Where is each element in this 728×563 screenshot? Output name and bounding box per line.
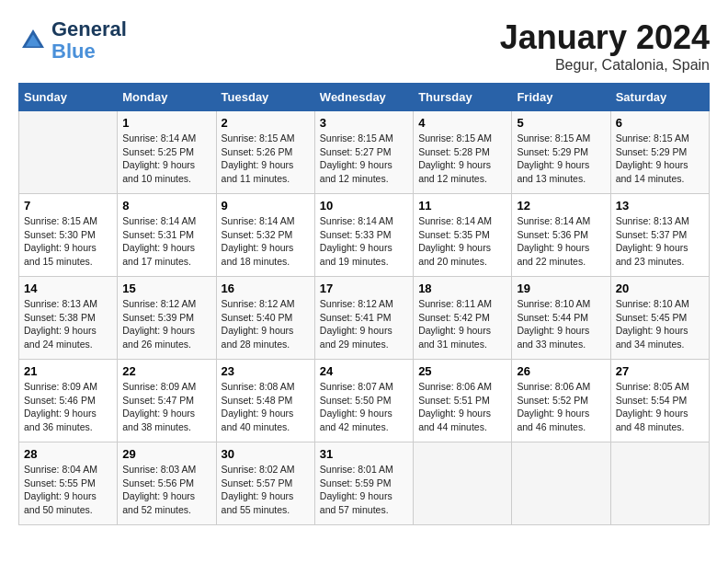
calendar-cell: 11Sunrise: 8:14 AM Sunset: 5:35 PM Dayli… (414, 194, 512, 277)
day-number: 25 (418, 364, 506, 378)
calendar-cell: 27Sunrise: 8:05 AM Sunset: 5:54 PM Dayli… (610, 360, 709, 442)
weekday-header-row: SundayMondayTuesdayWednesdayThursdayFrid… (19, 84, 710, 111)
calendar-cell (610, 442, 709, 525)
day-info: Sunrise: 8:01 AM Sunset: 5:59 PM Dayligh… (320, 463, 408, 517)
calendar-cell: 3Sunrise: 8:15 AM Sunset: 5:27 PM Daylig… (314, 111, 413, 194)
day-info: Sunrise: 8:14 AM Sunset: 5:33 PM Dayligh… (320, 214, 408, 269)
day-info: Sunrise: 8:06 AM Sunset: 5:52 PM Dayligh… (517, 380, 605, 434)
day-number: 15 (122, 282, 210, 295)
day-number: 1 (122, 116, 210, 130)
calendar-cell: 29Sunrise: 8:03 AM Sunset: 5:56 PM Dayli… (118, 442, 216, 525)
logo: General Blue (18, 18, 127, 63)
day-info: Sunrise: 8:15 AM Sunset: 5:26 PM Dayligh… (222, 132, 310, 186)
weekday-header-wednesday: Wednesday (314, 84, 413, 111)
calendar-cell: 13Sunrise: 8:13 AM Sunset: 5:37 PM Dayli… (610, 194, 709, 277)
calendar-cell: 17Sunrise: 8:12 AM Sunset: 5:41 PM Dayli… (314, 277, 413, 360)
day-number: 28 (24, 447, 112, 461)
day-info: Sunrise: 8:14 AM Sunset: 5:35 PM Dayligh… (418, 214, 506, 269)
weekday-header-friday: Friday (512, 84, 610, 111)
day-number: 3 (320, 116, 408, 130)
day-number: 12 (517, 199, 605, 213)
day-number: 8 (122, 199, 210, 213)
location-title: Begur, Catalonia, Spain (500, 57, 710, 74)
calendar-cell: 6Sunrise: 8:15 AM Sunset: 5:29 PM Daylig… (610, 111, 709, 194)
day-number: 5 (517, 116, 605, 130)
title-block: January 2024 Begur, Catalonia, Spain (500, 18, 710, 74)
logo-icon (18, 26, 48, 55)
weekday-header-monday: Monday (118, 84, 216, 111)
weekday-header-saturday: Saturday (610, 84, 709, 111)
day-number: 20 (616, 282, 704, 295)
weekday-header-sunday: Sunday (19, 84, 118, 111)
calendar-week-1: 1Sunrise: 8:14 AM Sunset: 5:25 PM Daylig… (19, 111, 710, 194)
day-number: 27 (616, 364, 704, 378)
day-number: 21 (24, 364, 112, 378)
calendar-cell: 2Sunrise: 8:15 AM Sunset: 5:26 PM Daylig… (216, 111, 314, 194)
day-number: 10 (320, 199, 408, 213)
day-info: Sunrise: 8:04 AM Sunset: 5:55 PM Dayligh… (24, 463, 112, 517)
calendar-cell (414, 442, 512, 525)
day-info: Sunrise: 8:15 AM Sunset: 5:28 PM Dayligh… (418, 132, 506, 186)
day-info: Sunrise: 8:06 AM Sunset: 5:51 PM Dayligh… (418, 380, 506, 434)
day-info: Sunrise: 8:15 AM Sunset: 5:27 PM Dayligh… (320, 132, 408, 186)
calendar-cell: 31Sunrise: 8:01 AM Sunset: 5:59 PM Dayli… (314, 442, 413, 525)
day-number: 18 (418, 282, 506, 295)
day-info: Sunrise: 8:13 AM Sunset: 5:37 PM Dayligh… (616, 214, 704, 269)
calendar-cell: 12Sunrise: 8:14 AM Sunset: 5:36 PM Dayli… (512, 194, 610, 277)
day-number: 17 (320, 282, 408, 295)
day-info: Sunrise: 8:10 AM Sunset: 5:45 PM Dayligh… (616, 297, 704, 351)
calendar-cell: 30Sunrise: 8:02 AM Sunset: 5:57 PM Dayli… (216, 442, 314, 525)
day-info: Sunrise: 8:15 AM Sunset: 5:30 PM Dayligh… (24, 214, 112, 269)
calendar-cell: 23Sunrise: 8:08 AM Sunset: 5:48 PM Dayli… (216, 360, 314, 442)
calendar-cell: 9Sunrise: 8:14 AM Sunset: 5:32 PM Daylig… (216, 194, 314, 277)
day-number: 19 (517, 282, 605, 295)
day-number: 13 (616, 199, 704, 213)
calendar-week-4: 21Sunrise: 8:09 AM Sunset: 5:46 PM Dayli… (19, 360, 710, 442)
logo-text: General Blue (51, 18, 127, 63)
calendar-cell: 19Sunrise: 8:10 AM Sunset: 5:44 PM Dayli… (512, 277, 610, 360)
day-number: 11 (418, 199, 506, 213)
day-info: Sunrise: 8:14 AM Sunset: 5:25 PM Dayligh… (122, 132, 210, 186)
day-info: Sunrise: 8:11 AM Sunset: 5:42 PM Dayligh… (418, 297, 506, 351)
day-number: 9 (222, 199, 310, 213)
day-info: Sunrise: 8:07 AM Sunset: 5:50 PM Dayligh… (320, 380, 408, 434)
calendar-week-5: 28Sunrise: 8:04 AM Sunset: 5:55 PM Dayli… (19, 442, 710, 525)
page-header: General Blue January 2024 Begur, Catalon… (18, 18, 710, 74)
calendar-cell: 22Sunrise: 8:09 AM Sunset: 5:47 PM Dayli… (118, 360, 216, 442)
day-info: Sunrise: 8:14 AM Sunset: 5:31 PM Dayligh… (122, 214, 210, 269)
day-number: 4 (418, 116, 506, 130)
day-number: 31 (320, 447, 408, 461)
day-info: Sunrise: 8:05 AM Sunset: 5:54 PM Dayligh… (616, 380, 704, 434)
calendar-cell: 16Sunrise: 8:12 AM Sunset: 5:40 PM Dayli… (216, 277, 314, 360)
calendar-cell: 1Sunrise: 8:14 AM Sunset: 5:25 PM Daylig… (118, 111, 216, 194)
calendar-cell: 28Sunrise: 8:04 AM Sunset: 5:55 PM Dayli… (19, 442, 118, 525)
day-info: Sunrise: 8:02 AM Sunset: 5:57 PM Dayligh… (222, 463, 310, 517)
day-number: 23 (222, 364, 310, 378)
calendar-cell: 26Sunrise: 8:06 AM Sunset: 5:52 PM Dayli… (512, 360, 610, 442)
day-number: 6 (616, 116, 704, 130)
day-number: 29 (122, 447, 210, 461)
calendar-cell: 25Sunrise: 8:06 AM Sunset: 5:51 PM Dayli… (414, 360, 512, 442)
calendar-cell (19, 111, 118, 194)
calendar-week-3: 14Sunrise: 8:13 AM Sunset: 5:38 PM Dayli… (19, 277, 710, 360)
calendar-week-2: 7Sunrise: 8:15 AM Sunset: 5:30 PM Daylig… (19, 194, 710, 277)
calendar-cell: 21Sunrise: 8:09 AM Sunset: 5:46 PM Dayli… (19, 360, 118, 442)
day-info: Sunrise: 8:12 AM Sunset: 5:41 PM Dayligh… (320, 297, 408, 351)
day-info: Sunrise: 8:14 AM Sunset: 5:36 PM Dayligh… (517, 214, 605, 269)
calendar-cell (512, 442, 610, 525)
weekday-header-tuesday: Tuesday (216, 84, 314, 111)
day-number: 30 (222, 447, 310, 461)
day-info: Sunrise: 8:12 AM Sunset: 5:39 PM Dayligh… (122, 297, 210, 351)
day-info: Sunrise: 8:10 AM Sunset: 5:44 PM Dayligh… (517, 297, 605, 351)
day-info: Sunrise: 8:08 AM Sunset: 5:48 PM Dayligh… (222, 380, 310, 434)
day-info: Sunrise: 8:15 AM Sunset: 5:29 PM Dayligh… (517, 132, 605, 186)
day-number: 24 (320, 364, 408, 378)
day-info: Sunrise: 8:15 AM Sunset: 5:29 PM Dayligh… (616, 132, 704, 186)
day-info: Sunrise: 8:12 AM Sunset: 5:40 PM Dayligh… (222, 297, 310, 351)
calendar-cell: 15Sunrise: 8:12 AM Sunset: 5:39 PM Dayli… (118, 277, 216, 360)
calendar-cell: 24Sunrise: 8:07 AM Sunset: 5:50 PM Dayli… (314, 360, 413, 442)
calendar-cell: 10Sunrise: 8:14 AM Sunset: 5:33 PM Dayli… (314, 194, 413, 277)
month-title: January 2024 (500, 18, 710, 57)
day-number: 2 (222, 116, 310, 130)
day-number: 16 (222, 282, 310, 295)
